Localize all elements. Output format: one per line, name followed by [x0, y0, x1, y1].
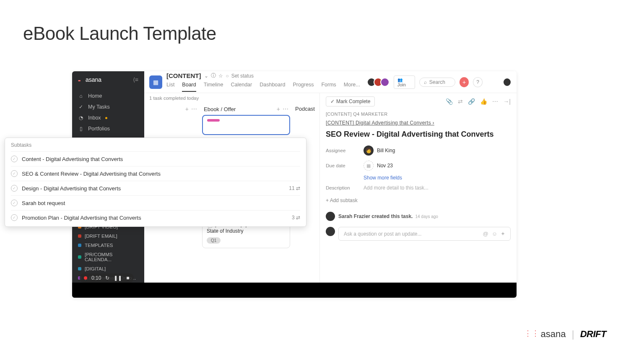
avatar: 🧑	[364, 145, 374, 156]
project-label: TEMPLATES	[85, 243, 113, 248]
video-controls[interactable]: 0:10 ↻ ❚❚ ■	[80, 273, 134, 283]
tab-more[interactable]: More...	[344, 80, 360, 92]
refresh-icon[interactable]: ↻	[105, 275, 109, 281]
assignee-name: Bill King	[377, 148, 395, 153]
column-header: +⋯	[148, 103, 199, 115]
add-card-icon[interactable]: +	[185, 106, 189, 112]
tab-timeline[interactable]: Timeline	[204, 80, 223, 92]
check-circle-icon[interactable]: ✓	[11, 185, 18, 192]
subtask-row[interactable]: ✓ SEO & Content Review - Digital Adverti…	[11, 166, 300, 181]
add-subtask-button[interactable]: + Add subtask	[320, 193, 517, 208]
check-circle-icon[interactable]: ✓	[11, 170, 18, 177]
more-icon[interactable]: ⋯	[191, 106, 197, 112]
project-color-icon	[78, 255, 81, 259]
column-header: Podcast	[293, 103, 319, 114]
project-icon[interactable]: ▦	[149, 75, 162, 89]
chevron-down-icon[interactable]: ⌄	[204, 73, 208, 79]
description-field[interactable]: Description Add more detail to this task…	[320, 182, 517, 193]
check-circle-icon[interactable]: ✓	[11, 214, 18, 221]
project-title[interactable]: [CONTENT]	[166, 72, 201, 79]
subtask-row[interactable]: ✓ Sarah bot request	[11, 195, 300, 210]
nav-portfolios[interactable]: ▯Portfolios	[72, 123, 144, 134]
comment-input[interactable]: Ask a question or post an update... @ ☺ …	[338, 227, 511, 241]
notification-dot-icon	[105, 117, 107, 119]
footer-brand: ⋮⋮ asana | DRIFT	[524, 328, 606, 340]
more-icon[interactable]: ⋯	[283, 106, 288, 112]
member-avatars[interactable]	[369, 78, 390, 87]
close-icon[interactable]: →|	[503, 98, 511, 105]
brand-text: asana	[86, 76, 101, 83]
tab-list[interactable]: List	[166, 80, 174, 92]
column-title[interactable]: Podcast	[295, 106, 315, 112]
calendar-icon: ▦	[364, 161, 374, 171]
activity-item: Sarah Frazier created this task.14 days …	[320, 208, 517, 225]
project-label: [DRIFT EMAIL]	[85, 234, 117, 239]
tab-board[interactable]: Board	[182, 80, 196, 92]
project-item[interactable]: [DIGITAL]	[72, 264, 144, 273]
assignee-field[interactable]: Assignee 🧑Bill King	[320, 143, 517, 158]
breadcrumb-parent[interactable]: [CONTENT] Digital Advertising that Conve…	[320, 118, 517, 127]
subtask-row[interactable]: ✓ Design - Digital Advertising that Conv…	[11, 181, 300, 195]
check-circle-icon[interactable]: ✓	[11, 156, 18, 162]
tab-dashboard[interactable]: Dashboard	[260, 80, 285, 92]
star-icon[interactable]: ✦	[501, 231, 505, 237]
video-progress-bar[interactable]	[72, 283, 517, 298]
link-icon[interactable]: 🔗	[468, 98, 475, 105]
asana-dots-icon: ⋮⋮	[524, 329, 539, 338]
nav-home[interactable]: ⌂Home	[72, 91, 144, 101]
project-color-icon	[78, 234, 81, 238]
project-item[interactable]: TEMPLATES	[72, 241, 144, 250]
drift-logo: DRIFT	[580, 329, 606, 340]
tab-forms[interactable]: Forms	[321, 80, 336, 92]
show-more-fields[interactable]: Show more fields	[320, 173, 517, 182]
tab-progress[interactable]: Progress	[293, 80, 314, 92]
info-icon[interactable]: ⓘ	[211, 72, 216, 79]
add-card-icon[interactable]: +	[277, 106, 280, 112]
mark-complete-button[interactable]: ✓ Mark Complete	[326, 96, 375, 106]
description-placeholder: Add more detail to this task...	[364, 185, 428, 191]
project-item[interactable]: [DRIFT EMAIL]	[72, 231, 144, 241]
asana-logo[interactable]: asana	[78, 76, 101, 83]
nav-my-tasks[interactable]: ✓My Tasks	[72, 101, 144, 112]
nav-inbox[interactable]: ◔Inbox	[72, 112, 144, 123]
column-title[interactable]: Ebook / Offer	[204, 106, 236, 112]
star-icon[interactable]: ☆	[218, 73, 223, 79]
subtask-text: Promotion Plan - Digital Advertising tha…	[22, 215, 288, 221]
slide-title: eBook Launch Template	[23, 23, 216, 44]
emoji-icon[interactable]: ☺	[492, 231, 497, 237]
subtask-text: Sarah bot request	[22, 200, 300, 206]
field-label: Assignee	[326, 148, 355, 153]
check-circle-icon[interactable]: ✓	[11, 200, 18, 206]
pause-icon[interactable]: ❚❚	[114, 275, 122, 281]
subtask-meta: 11 ⇄	[289, 185, 300, 191]
comment-toolbar: @ ☺ ✦	[483, 231, 505, 237]
search-input[interactable]: ⌕Search	[419, 78, 455, 87]
subtask-row[interactable]: ✓ Content - Digital Advertising that Con…	[11, 151, 300, 166]
collapse-sidebar-icon[interactable]: ⟨≡	[133, 76, 138, 83]
subtask-text: Content - Digital Advertising that Conve…	[22, 156, 300, 162]
subtask-row[interactable]: ✓ Promotion Plan - Digital Advertising t…	[11, 210, 300, 225]
project-item[interactable]: [PR/COMMS CALENDA...	[72, 250, 144, 264]
tab-calendar[interactable]: Calendar	[231, 80, 252, 92]
subtasks-icon[interactable]: ⇄	[458, 98, 463, 105]
stop-icon[interactable]: ■	[126, 275, 129, 281]
bars-icon: ▯	[78, 126, 84, 132]
due-date-field[interactable]: Due date ▦Nov 23	[320, 158, 517, 173]
board-card[interactable]	[202, 115, 290, 135]
attachment-icon[interactable]: 📎	[446, 98, 453, 105]
task-title[interactable]: SEO Review - Digital Advertising that Co…	[320, 127, 517, 143]
like-icon[interactable]: 👍	[480, 98, 487, 105]
at-icon[interactable]: @	[483, 231, 488, 237]
field-label: Due date	[326, 163, 355, 168]
add-button[interactable]: +	[460, 77, 469, 87]
separator: |	[572, 328, 574, 340]
join-button[interactable]: 👥 Join	[394, 75, 415, 89]
set-status[interactable]: Set status	[231, 73, 254, 79]
subtask-text: SEO & Content Review - Digital Advertisi…	[22, 171, 300, 177]
avatar	[380, 78, 390, 87]
user-avatar[interactable]	[503, 78, 512, 87]
help-button[interactable]: ?	[473, 77, 483, 87]
project-label: [PR/COMMS CALENDA...	[85, 252, 138, 262]
sidebar-header: asana ⟨≡	[72, 71, 144, 88]
more-icon[interactable]: ⋯	[492, 98, 498, 105]
